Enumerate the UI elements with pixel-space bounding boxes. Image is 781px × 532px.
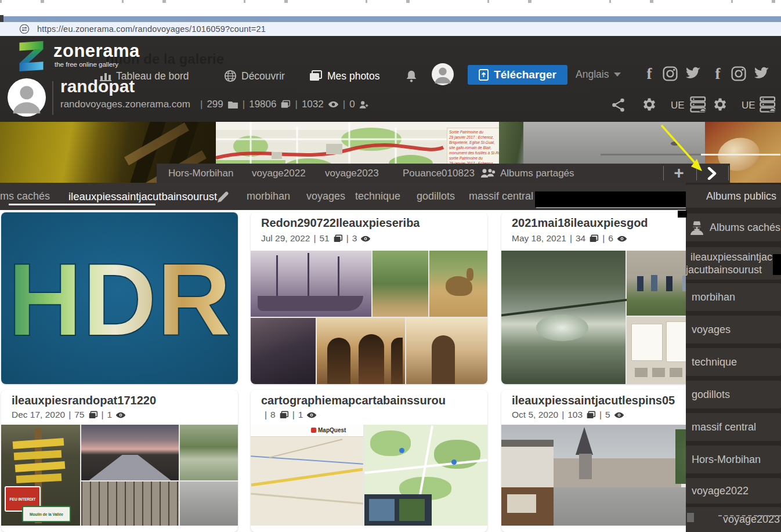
nav-discover-label: Découvrir bbox=[241, 70, 285, 82]
site-info-icon[interactable] bbox=[18, 24, 31, 34]
album-card[interactable]: Redon290722Ileauxpieseriba Jul 29, 2022|… bbox=[251, 212, 487, 384]
sidebar-item-technique[interactable]: technique bbox=[686, 348, 781, 376]
gear-icon[interactable] bbox=[711, 96, 728, 113]
tab-active-ileauxpies[interactable]: ileauxpiessaintjacutbainsourust bbox=[68, 183, 217, 210]
album-title[interactable]: cartographiemapcartabainssurou bbox=[261, 394, 446, 407]
next-tabs-button[interactable] bbox=[704, 167, 719, 180]
upload-button[interactable]: Télécharger bbox=[468, 65, 567, 85]
hdr-cover-image: HDR bbox=[1, 212, 238, 384]
sidebar-item-voyage2022[interactable]: voyage2022 bbox=[686, 478, 781, 504]
album-cover-collage: MapQuest bbox=[251, 425, 487, 526]
group-icon bbox=[480, 168, 496, 179]
add-album-tab-button[interactable]: + bbox=[668, 162, 689, 183]
tab-godillots[interactable]: godillots bbox=[417, 183, 455, 210]
nav-avatar[interactable] bbox=[432, 63, 454, 85]
album-meta: May 18, 2021| 34 |6 bbox=[512, 233, 627, 244]
drag-handle[interactable] bbox=[687, 513, 694, 522]
facebook-icon[interactable]: f bbox=[641, 65, 658, 82]
brand-name[interactable]: zonerama bbox=[53, 41, 140, 61]
album-meta: Jul 29, 2022| 51 |3 bbox=[261, 233, 371, 244]
albums-dropdown-panel: Albums publics Albums cachés ileauxpiess… bbox=[686, 183, 781, 532]
edit-pencil-icon[interactable] bbox=[217, 191, 229, 203]
profile-domain[interactable]: randovoyages.zonerama.com bbox=[60, 99, 190, 110]
gear-icon[interactable] bbox=[641, 96, 657, 113]
tab-separator bbox=[728, 166, 729, 180]
photos-count-icon bbox=[88, 411, 98, 419]
chevron-right-icon bbox=[707, 167, 717, 180]
followers-count: 0 bbox=[349, 99, 355, 110]
sidebar-item-albums-publics[interactable]: Albums publics bbox=[686, 184, 781, 208]
tab-scrollbar-track[interactable] bbox=[601, 154, 701, 155]
sidebar-item-godillots[interactable]: godillots bbox=[686, 381, 781, 408]
album-card[interactable]: cartographiemapcartabainssurou | 8 |1 Ma… bbox=[251, 390, 487, 532]
facebook-icon[interactable]: f bbox=[709, 65, 726, 82]
language-selector[interactable]: Anglais bbox=[576, 68, 621, 81]
instagram-icon[interactable] bbox=[730, 65, 747, 82]
profile-avatar[interactable] bbox=[8, 78, 46, 117]
album-title[interactable]: Redon290722Ileauxpieseriba bbox=[261, 216, 420, 230]
url-text[interactable]: https://eu.zonerama.com/randovoyages/101… bbox=[37, 24, 266, 34]
tab-massif-central[interactable]: massif central bbox=[469, 183, 533, 210]
browser-address-bar[interactable]: https://eu.zonerama.com/randovoyages/101… bbox=[0, 22, 781, 36]
tab-morbihan[interactable]: morbihan bbox=[247, 183, 290, 210]
region-label: UE bbox=[742, 100, 755, 111]
sidebar-item-voyages[interactable]: voyages bbox=[686, 316, 781, 343]
tab-scrollbar-thumb[interactable] bbox=[701, 154, 780, 155]
redaction-edge bbox=[536, 207, 689, 208]
album-cover-collage bbox=[251, 251, 487, 384]
sidebar-item-ileauxpies[interactable]: ileauxpiessaintjac jacutbainsourust bbox=[686, 247, 781, 280]
tab-voyage2022[interactable]: voyage2022 bbox=[252, 164, 306, 183]
sidebar-item-massif-central[interactable]: massif central bbox=[686, 413, 781, 441]
profile-stats: randovoyages.zonerama.com | 299 | 19806 … bbox=[60, 99, 369, 110]
redaction-box bbox=[535, 191, 690, 207]
sidebar-item-albums-caches[interactable]: Albums cachés bbox=[686, 213, 781, 241]
instagram-icon[interactable] bbox=[661, 65, 679, 82]
tab-separator bbox=[696, 166, 697, 180]
tab-pouance010823[interactable]: Pouance010823 bbox=[403, 164, 475, 183]
share-icon[interactable] bbox=[611, 97, 626, 113]
twitter-icon[interactable] bbox=[684, 65, 701, 82]
photos-count-icon bbox=[589, 234, 599, 243]
profile-divider bbox=[52, 81, 53, 115]
server-icon[interactable] bbox=[759, 96, 778, 114]
browser-tabs-remnant bbox=[0, 0, 781, 3]
tab-albums-caches-overflow[interactable]: ums cachés bbox=[0, 183, 50, 210]
views-icon bbox=[614, 412, 624, 418]
photos-count-icon bbox=[586, 411, 596, 419]
album-title[interactable]: 2021mai18ileauxpiesgod bbox=[512, 216, 648, 230]
album-card-hdr[interactable]: HDR bbox=[1, 212, 238, 384]
views-icon bbox=[306, 412, 317, 418]
tab-albums-partages[interactable]: Albums partagés bbox=[480, 164, 574, 183]
upload-icon bbox=[479, 69, 489, 81]
tab-hors-morbihan[interactable]: Hors-Morbihan bbox=[168, 164, 233, 183]
album-meta: Dec 17, 2020| 75 |1 bbox=[12, 410, 126, 420]
chevron-down-icon bbox=[614, 73, 621, 77]
photos-count: 19806 bbox=[249, 99, 276, 110]
tab-technique[interactable]: technique bbox=[355, 183, 400, 210]
zonerama-logo-icon[interactable] bbox=[15, 39, 48, 72]
tab-voyage2023[interactable]: voyage2023 bbox=[325, 164, 379, 183]
zonerama-gallery-page: https://eu.zonerama.com/randovoyages/101… bbox=[0, 0, 781, 532]
views-count: 1032 bbox=[302, 99, 324, 110]
mapquest-logo-text: MapQuest bbox=[318, 427, 346, 433]
album-meta: | 8 |1 bbox=[261, 410, 317, 420]
spy-icon bbox=[689, 220, 704, 235]
album-card[interactable]: ileauxpiesrandopat171220 Dec 17, 2020| 7… bbox=[1, 390, 238, 532]
twitter-icon[interactable] bbox=[752, 65, 769, 82]
server-icon[interactable] bbox=[689, 96, 708, 114]
sidebar-item-hors-morbihan[interactable]: Hors-Morbihan bbox=[686, 446, 781, 473]
nav-my-photos-label: Mes photos bbox=[327, 70, 379, 82]
tab-voyages[interactable]: voyages bbox=[306, 183, 345, 210]
album-title[interactable]: ileauxpiesrandopat171220 bbox=[12, 394, 156, 407]
nav-my-photos[interactable]: Mes photos bbox=[309, 66, 379, 86]
notifications-bell[interactable] bbox=[406, 66, 417, 86]
profile-name[interactable]: randopat bbox=[60, 77, 135, 96]
album-title[interactable]: ileauxpiessaintjacutlespins05 bbox=[512, 394, 675, 407]
album-meta: Oct 5, 2020| 103 |5 bbox=[512, 410, 624, 420]
nav-discover[interactable]: Découvrir bbox=[224, 66, 285, 86]
redaction-box bbox=[773, 254, 781, 275]
views-icon bbox=[328, 101, 339, 108]
sidebar-item-voyage2023[interactable]: voyage2023 bbox=[686, 507, 781, 532]
sidebar-item-morbihan[interactable]: morbihan bbox=[686, 283, 781, 311]
browser-toolbar-band bbox=[0, 16, 781, 22]
